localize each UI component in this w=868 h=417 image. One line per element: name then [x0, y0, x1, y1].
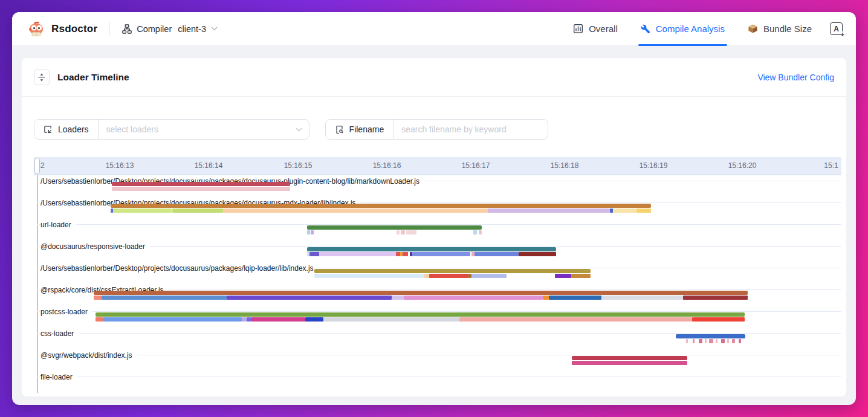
loader-segment-bar[interactable]: [319, 252, 396, 256]
timeline-row: /Users/sebastienlorber/Desktop/projects/…: [34, 175, 841, 197]
loader-segment-bar[interactable]: [311, 230, 314, 234]
loader-segment-bar[interactable]: [555, 274, 571, 278]
loader-segment-bar[interactable]: [429, 274, 468, 278]
loader-segment-bar[interactable]: [396, 252, 400, 256]
loader-segment-bar[interactable]: [571, 274, 591, 278]
loader-segment-bar[interactable]: [309, 252, 319, 256]
loader-duration-bar[interactable]: [307, 247, 556, 251]
loader-segment-bar[interactable]: [473, 230, 477, 234]
compiler-selector[interactable]: Compiler client-3: [122, 24, 218, 34]
loader-segment-bar[interactable]: [403, 252, 408, 256]
loader-segment-bar[interactable]: [223, 208, 488, 213]
loader-segment-bar[interactable]: [102, 296, 227, 300]
loader-segment-bar[interactable]: [112, 187, 290, 191]
row-label: url-loader: [40, 221, 76, 229]
loader-duration-bar[interactable]: [112, 182, 290, 186]
main-nav: OverallCompile AnalysisBundle Size: [573, 12, 812, 46]
loader-segment-bar[interactable]: [716, 339, 717, 343]
loader-segment-bar[interactable]: [709, 339, 713, 343]
loader-segment-bar[interactable]: [636, 208, 651, 213]
bar-chart-icon: [573, 24, 583, 34]
loader-segment-bar[interactable]: [474, 252, 519, 256]
view-bundler-config-link[interactable]: View Bundler Config: [757, 73, 834, 82]
loader-duration-bar[interactable]: [96, 312, 745, 317]
loader-segment-bar[interactable]: [392, 296, 404, 300]
loader-segment-bar[interactable]: [401, 230, 405, 234]
loader-segment-bar[interactable]: [247, 317, 251, 322]
loader-segment-bar[interactable]: [613, 208, 636, 213]
loader-segment-bar[interactable]: [705, 339, 707, 343]
timeline-rows: /Users/sebastienlorber/Desktop/projects/…: [34, 175, 841, 393]
loader-duration-bar[interactable]: [94, 291, 748, 295]
loader-segment-bar[interactable]: [307, 230, 310, 234]
loader-segment-bar[interactable]: [739, 339, 741, 343]
column-height-icon[interactable]: [34, 70, 50, 85]
row-guideline: [37, 224, 841, 225]
loader-segment-bar[interactable]: [242, 317, 247, 322]
loader-segment-bar[interactable]: [227, 296, 392, 300]
nav-tab-label: Overall: [589, 24, 618, 34]
time-tick-label: 15:16:13: [106, 161, 134, 170]
loader-segment-bar[interactable]: [412, 252, 470, 256]
row-guideline: [37, 355, 841, 355]
loader-segment-bar[interactable]: [732, 339, 735, 343]
loader-segment-bar[interactable]: [549, 296, 601, 300]
row-label: @docusaurus/responsive-loader: [40, 242, 150, 251]
loader-segment-bar[interactable]: [424, 274, 429, 278]
package-icon: [748, 24, 758, 34]
language-switch-icon[interactable]: A+: [830, 22, 843, 35]
timeline-row: @svgr/webpack/dist/index.js: [34, 349, 841, 371]
loader-segment-bar[interactable]: [727, 339, 729, 343]
loader-segment-bar[interactable]: [251, 317, 305, 322]
loader-segment-bar[interactable]: [406, 230, 416, 234]
loader-segment-bar[interactable]: [471, 274, 507, 278]
loader-segment-bar[interactable]: [404, 296, 543, 300]
time-tick-label: 15:16:17: [462, 161, 490, 170]
nav-tab-overall[interactable]: Overall: [573, 12, 618, 46]
loader-segment-bar[interactable]: [543, 296, 549, 300]
loader-duration-bar[interactable]: [111, 204, 651, 208]
active-tab-underline: [638, 44, 727, 46]
nav-tab-label: Bundle Size: [763, 24, 812, 34]
row-label: css-loader: [40, 329, 79, 338]
nav-tab-compile-analysis[interactable]: Compile Analysis: [641, 12, 725, 46]
loader-segment-bar[interactable]: [96, 317, 103, 322]
timeline-row: file-loader: [34, 371, 841, 393]
loader-duration-bar[interactable]: [572, 356, 687, 360]
sitemap-icon: [122, 24, 132, 34]
compiler-value: client-3: [178, 24, 206, 34]
time-tick-label: 15:1: [824, 161, 838, 170]
loader-segment-bar[interactable]: [488, 208, 610, 213]
loader-segment-bar[interactable]: [683, 296, 748, 300]
loader-segment-bar[interactable]: [94, 296, 102, 300]
loader-segment-bar[interactable]: [519, 252, 556, 256]
nav-tab-bundle-size[interactable]: Bundle Size: [748, 12, 812, 46]
filename-search-input[interactable]: [394, 124, 548, 134]
loader-duration-bar[interactable]: [307, 225, 482, 230]
loader-segment-bar[interactable]: [305, 317, 323, 322]
row-guideline: [37, 246, 841, 247]
loader-segment-bar[interactable]: [314, 274, 424, 278]
loader-segment-bar[interactable]: [572, 361, 687, 365]
loader-duration-bar[interactable]: [676, 334, 745, 338]
loader-segment-bar[interactable]: [479, 230, 482, 234]
loader-segment-bar[interactable]: [397, 230, 400, 234]
loaders-select-input[interactable]: [99, 124, 309, 134]
app-card: Rsdoctor Compiler client-3 OverallCompil…: [12, 12, 856, 405]
loader-segment-bar[interactable]: [103, 317, 242, 322]
loader-duration-bar[interactable]: [314, 269, 591, 273]
loader-segment-bar[interactable]: [601, 296, 683, 300]
loader-segment-bar[interactable]: [323, 317, 459, 322]
timeline-brush-handle[interactable]: [34, 158, 40, 174]
compiler-label: Compiler: [137, 24, 172, 34]
loader-segment-bar[interactable]: [721, 339, 725, 343]
loader-segment-bar[interactable]: [113, 208, 172, 213]
timeline-row: /Users/sebastienlorber/Desktop/projects/…: [34, 197, 841, 219]
loader-segment-bar[interactable]: [692, 317, 745, 322]
time-tick-label: 15:16:20: [728, 161, 757, 170]
loader-segment-bar[interactable]: [699, 339, 702, 343]
loader-segment-bar[interactable]: [172, 208, 223, 213]
loader-segment-bar[interactable]: [459, 317, 692, 322]
loader-segment-bar[interactable]: [686, 339, 688, 343]
loader-segment-bar[interactable]: [693, 339, 695, 343]
